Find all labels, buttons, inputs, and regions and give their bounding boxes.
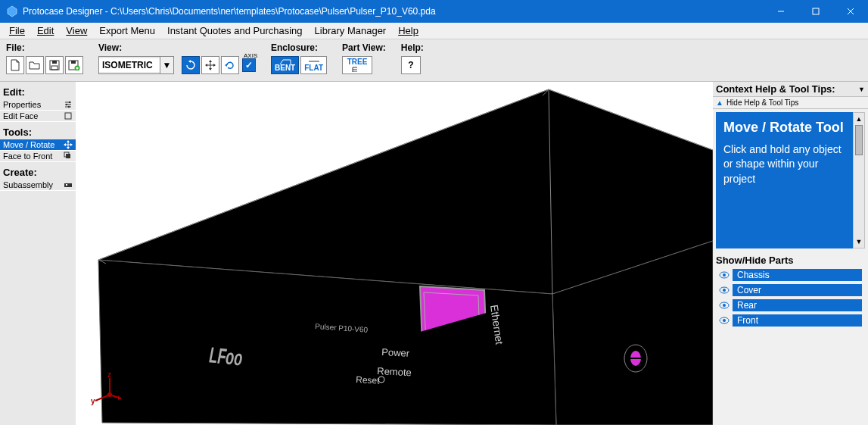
- svg-rect-9: [71, 61, 76, 64]
- menu-help[interactable]: Help: [392, 23, 425, 38]
- right-panel: Context Help & Tool Tips: ▼ ▲ Hide Help …: [713, 82, 868, 425]
- maximize-button[interactable]: [798, 0, 833, 23]
- svg-point-63: [107, 392, 112, 397]
- help-content-body: Click and hold any object or shape withi…: [723, 142, 845, 187]
- collapse-up-icon: ▲: [716, 98, 723, 107]
- scroll-thumb[interactable]: [855, 125, 863, 155]
- svg-marker-37: [64, 143, 66, 146]
- svg-point-71: [723, 319, 726, 322]
- part-label: Rear: [733, 299, 862, 311]
- move-rotate-item[interactable]: Move / Rotate: [0, 139, 76, 151]
- parts-section-title: Show/Hide Parts: [716, 255, 865, 266]
- toolbar-enclosure-group: Enclosure: BENT FLAT: [271, 42, 327, 74]
- scroll-up-icon[interactable]: ▲: [854, 113, 864, 125]
- help-content: Move / Rotate Tool Click and hold any ob…: [716, 112, 853, 248]
- pan-button[interactable]: [201, 56, 219, 74]
- svg-rect-2: [813, 8, 819, 14]
- svg-marker-19: [213, 64, 216, 67]
- scroll-down-icon[interactable]: ▼: [854, 236, 864, 248]
- svg-text:z: z: [107, 372, 111, 379]
- menu-file[interactable]: File: [3, 23, 31, 38]
- toolbar: File: View: ▼ AXIS ✓ Enclosure:: [0, 39, 868, 82]
- eye-icon[interactable]: [719, 271, 730, 279]
- svg-point-67: [723, 289, 726, 292]
- help-content-title: Move / Rotate Tool: [723, 120, 845, 136]
- eye-icon[interactable]: [719, 302, 730, 309]
- eye-icon[interactable]: [719, 317, 730, 324]
- edit-face-item[interactable]: Edit Face: [0, 111, 76, 122]
- subassembly-item[interactable]: Subassembly: [0, 180, 76, 191]
- view-select-dropdown-icon[interactable]: ▼: [160, 57, 173, 73]
- part-row-chassis[interactable]: Chassis: [719, 269, 862, 281]
- window-title: Protocase Designer - C:\Users\Chris\Docu…: [23, 6, 764, 17]
- toolbar-file-group: File:: [6, 42, 83, 74]
- svg-text:y: y: [91, 397, 95, 405]
- svg-marker-18: [205, 64, 207, 67]
- toolbar-enclosure-label: Enclosure:: [271, 42, 327, 53]
- menu-quotes[interactable]: Instant Quotes and Purchasing: [161, 23, 309, 38]
- axis-checkbox-icon[interactable]: ✓: [242, 58, 256, 72]
- svg-point-69: [723, 304, 726, 307]
- refresh-button[interactable]: [221, 56, 239, 74]
- svg-point-29: [69, 102, 70, 103]
- svg-marker-20: [225, 64, 227, 67]
- title-bar: Protocase Designer - C:\Users\Chris\Docu…: [0, 0, 868, 23]
- toolbar-partview-label: Part View:: [342, 42, 386, 53]
- flat-view-button[interactable]: FLAT: [300, 56, 327, 74]
- enclosure-render: Ethernet Power Remote Reset Pulser P10-V…: [76, 82, 713, 425]
- toolbar-file-label: File:: [6, 42, 83, 53]
- app-icon: [6, 5, 18, 17]
- part-label: Cover: [733, 284, 862, 296]
- help-scrollbar[interactable]: ▲ ▼: [853, 112, 865, 248]
- menu-bar: File Edit View Export Menu Instant Quote…: [0, 23, 868, 39]
- svg-marker-17: [209, 68, 212, 70]
- svg-marker-16: [209, 60, 212, 62]
- face-to-front-item[interactable]: Face to Front: [0, 151, 76, 162]
- front-icon: [64, 152, 73, 161]
- part-row-rear[interactable]: Rear: [719, 299, 862, 311]
- svg-rect-41: [64, 183, 72, 187]
- close-button[interactable]: [833, 0, 868, 23]
- axis-indicator: z y: [91, 372, 129, 410]
- subassembly-icon: [64, 180, 73, 189]
- toolbar-view-group: View: ▼ AXIS ✓: [98, 42, 256, 74]
- panel-menu-icon[interactable]: ▼: [858, 86, 865, 93]
- move-icon: [64, 140, 73, 149]
- properties-item[interactable]: Properties: [0, 99, 76, 111]
- svg-marker-0: [8, 6, 17, 17]
- view-select-input[interactable]: [99, 58, 160, 72]
- toolbar-partview-group: Part View: TREE: [342, 42, 386, 74]
- part-label: Front: [733, 314, 862, 327]
- toolbar-help-label: Help:: [401, 42, 424, 53]
- menu-view[interactable]: View: [60, 23, 93, 38]
- parts-section: Show/Hide Parts ChassisCoverRearFront: [713, 252, 868, 333]
- bent-view-button[interactable]: BENT: [271, 56, 299, 74]
- sliders-icon: [64, 100, 73, 109]
- svg-marker-44: [98, 89, 713, 294]
- face-icon: [64, 111, 73, 120]
- save-plus-button[interactable]: [65, 56, 83, 74]
- menu-library[interactable]: Library Manager: [309, 23, 393, 38]
- save-file-button[interactable]: [45, 56, 64, 74]
- svg-point-30: [66, 104, 67, 105]
- eye-icon[interactable]: [719, 286, 730, 294]
- hide-help-toggle[interactable]: ▲ Hide Help & Tool Tips: [713, 97, 868, 109]
- menu-export[interactable]: Export Menu: [93, 23, 161, 38]
- open-file-button[interactable]: [26, 56, 44, 74]
- part-label: Chassis: [733, 269, 862, 281]
- help-button[interactable]: ?: [401, 56, 421, 74]
- new-file-button[interactable]: [6, 56, 24, 74]
- menu-edit[interactable]: Edit: [31, 23, 60, 38]
- svg-line-59: [95, 395, 110, 401]
- view-select[interactable]: ▼: [98, 56, 174, 74]
- axis-label: AXIS: [244, 52, 257, 59]
- part-row-cover[interactable]: Cover: [719, 284, 862, 296]
- minimize-button[interactable]: [764, 0, 798, 23]
- tree-view-button[interactable]: TREE: [342, 56, 372, 74]
- logo-text: LFoo: [207, 342, 245, 370]
- reset-label: Reset: [356, 374, 381, 386]
- part-row-front[interactable]: Front: [719, 314, 862, 327]
- rotate-cw-button[interactable]: [182, 56, 200, 74]
- viewport-3d[interactable]: Ethernet Power Remote Reset Pulser P10-V…: [76, 82, 713, 425]
- axis-toggle[interactable]: AXIS ✓: [242, 58, 256, 72]
